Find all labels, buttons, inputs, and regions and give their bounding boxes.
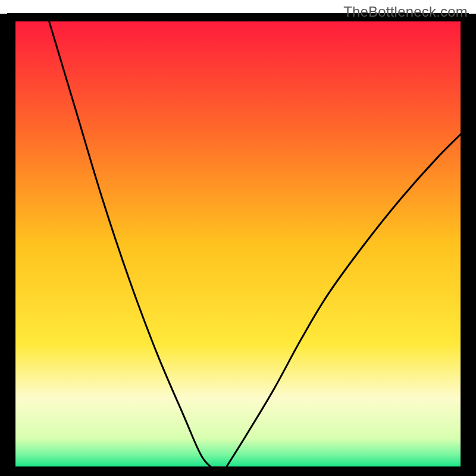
bottleneck-chart	[0, 0, 476, 476]
chart-container: TheBottleneck.com	[0, 0, 476, 476]
plot-background	[12, 18, 464, 470]
watermark-label: TheBottleneck.com	[343, 4, 468, 20]
